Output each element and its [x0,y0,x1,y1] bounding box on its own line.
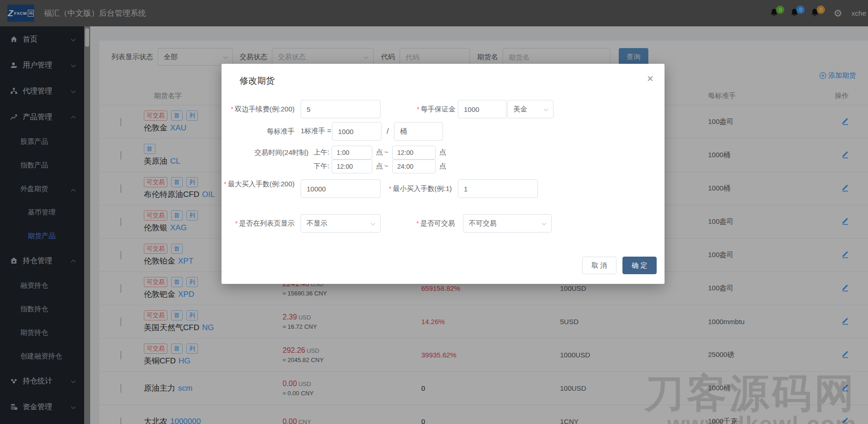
list-show-value: 不显示 [307,219,327,228]
pm-label: 下午: [314,162,329,171]
modal-title: 修改期货 [240,75,275,87]
cancel-button[interactable]: 取 消 [582,257,616,274]
dot-label: 点 [376,148,383,157]
confirm-button[interactable]: 确 定 [622,257,657,274]
tradable-label: *是否可交易 [379,219,455,228]
min-buy-label: *最小买入手数(例:1) [379,184,452,193]
edit-futures-modal: 修改期货 × *双边手续费(例:200) *每手保证金 美金 每标准手 1标准手… [222,64,665,284]
am-from-input[interactable] [332,146,372,160]
trade-time-label: 交易时间(24时制) [222,148,308,157]
max-buy-label: *最大买入手数(例:200) [222,179,295,189]
tradable-value: 不可交易 [469,219,497,228]
dot-label: 点 [376,162,383,171]
max-buy-input[interactable] [301,179,381,198]
dot-label: 点 [439,162,446,171]
am-to-input[interactable] [392,146,436,160]
std-lot-label: 每标准手 [222,127,295,136]
close-icon[interactable]: × [647,72,653,85]
pm-from-input[interactable] [332,160,372,173]
min-buy-input[interactable] [458,179,538,198]
tradable-select[interactable]: 不可交易 [463,214,552,233]
chevron-down-icon [542,221,547,226]
list-show-select[interactable]: 不显示 [301,214,381,233]
margin-label: *每手保证金 [379,104,456,114]
app-window: Z FXCM 福 福汇（中文版）后台管理系统 000 ⚙ xche 首页用户管理… [0,0,868,424]
margin-currency-select[interactable]: 美金 [507,100,554,118]
fee-input[interactable] [301,100,381,118]
dot-label: 点 [439,148,446,157]
am-label: 上午: [314,148,329,157]
std-lot-unit-input[interactable] [394,122,443,141]
std-lot-prefix: 1标准手 = [301,127,331,135]
pm-to-input[interactable] [392,160,436,173]
chevron-down-icon [544,107,548,111]
chevron-down-icon [371,221,376,226]
tilde-label: ~ [384,162,388,170]
tilde-label: ~ [384,148,388,156]
margin-input[interactable] [458,100,506,118]
std-lot-input[interactable] [332,122,382,141]
std-lot-divider: / [387,127,389,136]
fee-label: *双边手续费(例:200) [222,104,295,114]
margin-currency-value: 美金 [513,105,527,114]
list-show-label: *是否在列表页显示 [222,219,295,228]
